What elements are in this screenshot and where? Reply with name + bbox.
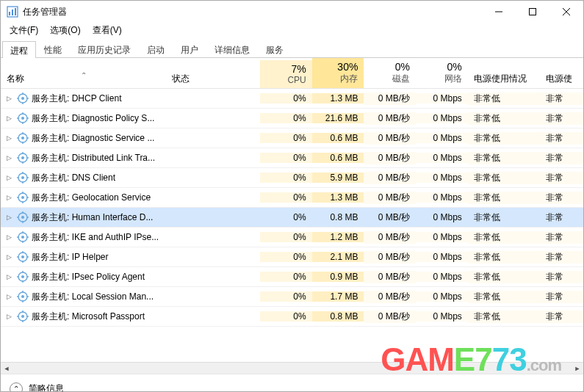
menu-file[interactable]: 文件(F) [7,23,41,38]
table-row[interactable]: ▷服务主机: Human Interface D...0%0.8 MB0 MB/… [1,208,583,228]
cpu-value: 0% [260,252,312,262]
power-trend-value: 非常 [540,271,583,283]
close-button[interactable] [549,1,583,23]
disk-value: 0 MB/秒 [364,251,416,264]
expand-icon[interactable]: ▷ [7,154,14,161]
power-value: 非常低 [468,172,540,184]
col-name[interactable]: ⌃ 名称 [1,70,166,88]
cpu-value: 0% [260,291,312,302]
maximize-button[interactable] [516,1,549,23]
mem-value: 1.3 MB [312,192,364,203]
disk-value: 0 MB/秒 [364,291,416,303]
disk-value: 0 MB/秒 [364,172,416,184]
svg-rect-1 [9,12,10,15]
expand-icon[interactable]: ▷ [7,174,14,181]
gear-icon [17,231,29,243]
process-name: 服务主机: IKE and AuthIP IPse... [32,231,159,244]
power-trend-value: 非常 [540,211,583,224]
minimize-button[interactable] [482,1,516,23]
expand-icon[interactable]: ▷ [7,313,14,320]
tab-5[interactable]: 详细信息 [206,40,258,57]
gear-icon [17,112,29,124]
mem-value: 21.6 MB [312,113,364,123]
process-name: 服务主机: Diagnostic Service ... [32,132,154,145]
gear-icon [17,291,29,302]
power-trend-value: 非常 [540,112,583,125]
scroll-track[interactable] [12,363,572,374]
expand-icon[interactable]: ▷ [7,134,14,142]
menu-options[interactable]: 选项(O) [47,23,83,38]
table-row[interactable]: ▷服务主机: DNS Client0%5.9 MB0 MB/秒0 Mbps非常低… [1,168,583,188]
tab-2[interactable]: 应用历史记录 [70,40,139,57]
grid-body[interactable]: ▷服务主机: DHCP Client0%1.3 MB0 MB/秒0 Mbps非常… [1,89,583,362]
disk-value: 0 MB/秒 [364,231,416,244]
svg-point-21 [21,137,24,139]
cpu-value: 0% [260,212,312,222]
power-trend-value: 非常 [540,172,583,184]
svg-point-57 [21,255,24,258]
tab-4[interactable]: 用户 [173,40,206,57]
table-row[interactable]: ▷服务主机: Distributed Link Tra...0%0.6 MB0 … [1,148,583,168]
mem-value: 1.7 MB [312,291,364,302]
col-disk[interactable]: 0% 磁盘 [364,58,416,88]
titlebar: 任务管理器 [1,1,583,23]
process-name: 服务主机: Human Interface D... [32,211,153,224]
expand-icon[interactable]: ▷ [7,214,14,221]
table-row[interactable]: ▷服务主机: IPsec Policy Agent0%0.9 MB0 MB/秒0… [1,267,583,287]
mem-value: 5.9 MB [312,173,364,183]
menu-view[interactable]: 查看(V) [90,23,125,38]
process-name: 服务主机: Microsoft Passport [32,311,145,323]
scroll-left-icon[interactable]: ◄ [1,363,12,374]
table-row[interactable]: ▷服务主机: IP Helper0%2.1 MB0 MB/秒0 Mbps非常低非… [1,247,583,267]
power-trend-value: 非常 [540,251,583,264]
col-power[interactable]: 电源使用情况 [468,70,540,88]
expand-icon[interactable]: ▷ [7,273,14,280]
table-row[interactable]: ▷服务主机: IKE and AuthIP IPse...0%1.2 MB0 M… [1,228,583,247]
fewer-details-toggle[interactable]: ⌃ 简略信息 [1,374,583,392]
gear-icon [17,311,29,322]
expand-icon[interactable]: ▷ [7,194,14,201]
disk-value: 0 MB/秒 [364,112,416,125]
tab-6[interactable]: 服务 [258,40,292,57]
expand-icon[interactable]: ▷ [7,95,14,102]
col-net[interactable]: 0% 网络 [416,58,468,88]
expand-icon[interactable]: ▷ [7,233,14,241]
cpu-value: 0% [260,311,312,322]
expand-icon[interactable]: ▷ [7,253,14,261]
col-mem[interactable]: 30% 内存 [312,58,364,88]
power-trend-value: 非常 [540,192,583,204]
gear-icon [17,251,29,263]
gear-icon [17,152,29,164]
cpu-value: 0% [260,93,312,104]
expand-icon[interactable]: ▷ [7,115,14,122]
power-trend-value: 非常 [540,231,583,244]
tab-1[interactable]: 性能 [36,40,70,57]
horizontal-scrollbar[interactable]: ◄ ► [1,362,583,374]
gear-icon [17,211,29,223]
col-status[interactable]: 状态 [166,70,260,88]
table-row[interactable]: ▷服务主机: Diagnostic Service ...0%0.6 MB0 M… [1,128,583,148]
table-row[interactable]: ▷服务主机: Diagnostic Policy S...0%21.6 MB0 … [1,109,583,128]
tab-0[interactable]: 进程 [2,41,36,58]
svg-rect-5 [530,9,536,15]
net-value: 0 Mbps [416,173,468,183]
expand-icon[interactable]: ▷ [7,293,14,300]
col-name-label: 名称 [7,73,24,84]
power-value: 非常低 [468,211,540,224]
col-power-trend[interactable]: 电源使 [540,70,583,88]
table-row[interactable]: ▷服务主机: Microsoft Passport0%0.8 MB0 MB/秒0… [1,307,583,327]
svg-rect-3 [15,8,16,15]
process-name: 服务主机: IPsec Policy Agent [32,271,145,283]
svg-point-45 [21,216,24,219]
gear-icon [17,92,29,104]
power-value: 非常低 [468,231,540,244]
table-row[interactable]: ▷服务主机: Local Session Man...0%1.7 MB0 MB/… [1,287,583,307]
chevron-up-icon: ⌃ [10,382,23,393]
tab-3[interactable]: 启动 [139,40,173,57]
scroll-right-icon[interactable]: ► [572,363,583,374]
disk-value: 0 MB/秒 [364,192,416,204]
col-cpu[interactable]: 7% CPU [260,60,312,88]
table-row[interactable]: ▷服务主机: DHCP Client0%1.3 MB0 MB/秒0 Mbps非常… [1,89,583,109]
cpu-value: 0% [260,232,312,242]
table-row[interactable]: ▷服务主机: Geolocation Service0%1.3 MB0 MB/秒… [1,188,583,208]
